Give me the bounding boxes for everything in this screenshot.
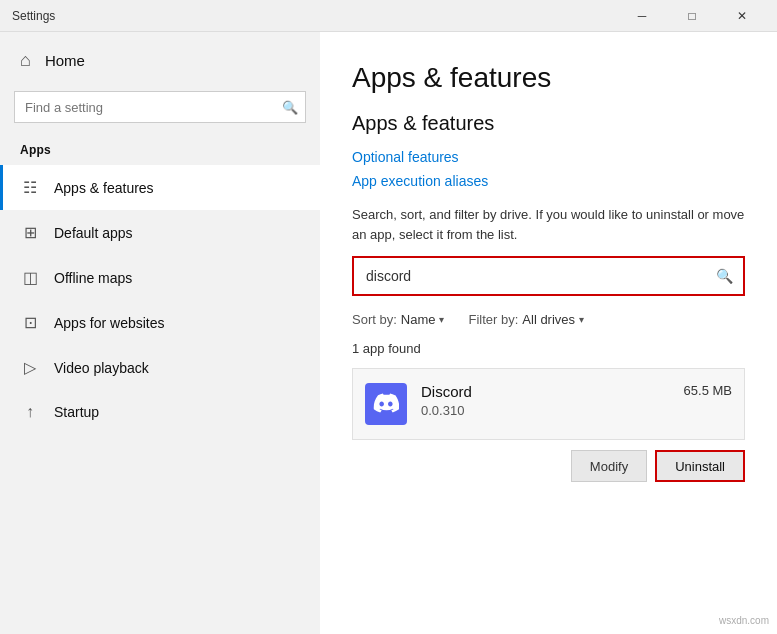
sidebar-item-apps-for-websites[interactable]: ⊡ Apps for websites [0,300,320,345]
sidebar-section-label: Apps [0,137,320,165]
maximize-button[interactable]: □ [669,1,715,31]
home-icon: ⌂ [20,50,31,71]
sidebar-search-box: 🔍 [14,91,306,123]
filter-by-label: Filter by: [468,312,518,327]
app-version: 0.0.310 [421,403,732,418]
sidebar-item-video-playback-label: Video playback [54,360,149,376]
sidebar-item-apps-features[interactable]: ☷ Apps & features [0,165,320,210]
apps-websites-icon: ⊡ [20,313,40,332]
page-title: Apps & features [352,62,745,94]
app-search-input[interactable] [354,258,706,294]
app-name: Discord [421,383,472,400]
main-container: ⌂ Home 🔍 Apps ☷ Apps & features ⊞ Defaul… [0,32,777,634]
filter-by-arrow: ▾ [579,314,584,325]
apps-features-icon: ☷ [20,178,40,197]
filter-by-value: All drives [522,312,575,327]
title-bar-title: Settings [12,9,55,23]
discord-app-icon [365,383,407,425]
app-count: 1 app found [352,341,745,356]
default-apps-icon: ⊞ [20,223,40,242]
sort-by-label: Sort by: [352,312,397,327]
sidebar-item-default-apps-label: Default apps [54,225,133,241]
modify-button[interactable]: Modify [571,450,647,482]
sidebar-home-label: Home [45,52,85,69]
app-action-row: Modify Uninstall [352,450,745,482]
sort-by-arrow: ▾ [439,314,444,325]
sidebar-item-video-playback[interactable]: ▷ Video playback [0,345,320,390]
filter-by-group[interactable]: Filter by: All drives ▾ [468,312,584,327]
app-list-item[interactable]: Discord 65.5 MB 0.0.310 [352,368,745,440]
content-subtitle: Apps & features [352,112,745,135]
content-area: Apps & features Apps & features Optional… [320,32,777,634]
sidebar-item-default-apps[interactable]: ⊞ Default apps [0,210,320,255]
uninstall-button[interactable]: Uninstall [655,450,745,482]
watermark: wsxdn.com [719,615,769,626]
app-name-row: Discord 65.5 MB [421,383,732,400]
title-bar-controls: ─ □ ✕ [619,1,765,31]
app-size: 65.5 MB [684,383,732,398]
filter-row: Sort by: Name ▾ Filter by: All drives ▾ [352,312,745,327]
discord-logo-svg [373,393,399,415]
sidebar-search-input[interactable] [14,91,306,123]
offline-maps-icon: ◫ [20,268,40,287]
minimize-button[interactable]: ─ [619,1,665,31]
app-search-icon: 🔍 [706,268,743,284]
app-search-row: 🔍 [352,256,745,296]
sidebar-item-startup-label: Startup [54,404,99,420]
sort-by-group[interactable]: Sort by: Name ▾ [352,312,444,327]
description-text: Search, sort, and filter by drive. If yo… [352,205,745,244]
app-execution-link[interactable]: App execution aliases [352,173,745,189]
sidebar-item-apps-features-label: Apps & features [54,180,154,196]
sidebar-item-offline-maps-label: Offline maps [54,270,132,286]
close-button[interactable]: ✕ [719,1,765,31]
startup-icon: ↑ [20,403,40,421]
app-details: Discord 65.5 MB 0.0.310 [421,383,732,418]
sidebar-search-icon: 🔍 [282,100,298,115]
sidebar-item-startup[interactable]: ↑ Startup [0,390,320,434]
sidebar-item-apps-for-websites-label: Apps for websites [54,315,165,331]
optional-features-link[interactable]: Optional features [352,149,745,165]
sidebar-item-offline-maps[interactable]: ◫ Offline maps [0,255,320,300]
title-bar: Settings ─ □ ✕ [0,0,777,32]
sidebar: ⌂ Home 🔍 Apps ☷ Apps & features ⊞ Defaul… [0,32,320,634]
sort-by-value: Name [401,312,436,327]
sidebar-home[interactable]: ⌂ Home [0,36,320,85]
video-playback-icon: ▷ [20,358,40,377]
